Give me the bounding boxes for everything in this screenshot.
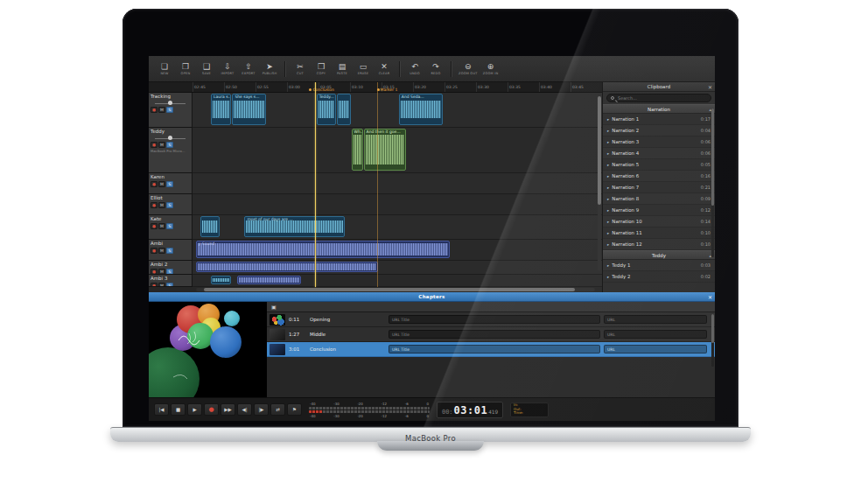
timeline-ruler[interactable]: 02:4502:5002:5503:0003:0503:1003:1503:20… (149, 82, 602, 93)
add-marker-button[interactable]: ⚑ (287, 403, 302, 416)
toolbar-new-button[interactable]: ❏NEW (154, 56, 175, 81)
clipboard-item[interactable]: ▸Narration 110:10 (603, 228, 715, 239)
track-lane[interactable]: most of our days are ... (192, 215, 602, 240)
clipboard-item[interactable]: ▸Narration 20:04 (603, 125, 715, 136)
volume-slider-knob[interactable] (168, 101, 172, 105)
play-item-icon[interactable]: ▸ (607, 186, 609, 190)
clipboard-item[interactable]: ▸Narration 70:21 (603, 182, 715, 193)
track-header-ambi-3[interactable]: Ambi 3●MS (149, 275, 192, 287)
track-lane[interactable] (192, 194, 602, 215)
chapter-row-conclusion[interactable]: 3:01ConclusionURL TitleURL (267, 342, 715, 357)
close-icon[interactable]: ✕ (708, 293, 712, 301)
volume-slider[interactable] (151, 136, 189, 141)
clipboard-group-narration[interactable]: Narration▴ (603, 104, 715, 114)
play-item-icon[interactable]: ▸ (607, 275, 609, 279)
url-title-field[interactable]: URL Title (388, 345, 600, 354)
track-header-teddy[interactable]: Teddy●MSMacBook Pro Micro... (149, 128, 192, 173)
chapter-row-middle[interactable]: 1:27MiddleURL TitleURL (267, 327, 715, 342)
mute-button[interactable]: M (158, 202, 165, 208)
mute-button[interactable]: M (158, 107, 165, 113)
chapters-scrollbar[interactable] (711, 314, 714, 367)
clipboard-item[interactable]: ▸Narration 40:06 (603, 148, 715, 159)
close-icon[interactable]: ✕ (708, 83, 712, 91)
volume-slider[interactable] (151, 101, 189, 106)
clipboard-scrollbar-thumb[interactable] (711, 108, 714, 206)
record-arm-button[interactable]: ● (150, 248, 158, 254)
clipboard-search[interactable] (606, 94, 711, 102)
mute-button[interactable]: M (158, 223, 165, 229)
record-button[interactable]: ● (204, 403, 219, 416)
timeline-marker[interactable]: Conclusion (309, 88, 334, 92)
play-button[interactable]: ▶ (187, 403, 202, 416)
toolbar-clear-button[interactable]: ✕CLEAR (374, 56, 395, 81)
url-title-field[interactable]: URL Title (388, 330, 600, 339)
audio-clip[interactable]: Laura s... (211, 94, 231, 125)
play-item-icon[interactable]: ▸ (607, 263, 609, 268)
clipboard-item[interactable]: ▸Narration 50:05 (603, 159, 715, 171)
play-item-icon[interactable]: ▸ (607, 117, 609, 122)
volume-slider-knob[interactable] (168, 136, 172, 140)
url-field[interactable]: URL (604, 345, 707, 354)
record-arm-button[interactable]: ● (150, 223, 158, 229)
clipboard-item[interactable]: ▸Narration 10:17 (603, 114, 715, 125)
next-marker-button[interactable]: |▶ (254, 403, 269, 416)
toolbar-export-button[interactable]: ⇧EXPORT (238, 56, 259, 81)
stop-button[interactable]: ■ (171, 403, 186, 416)
horizontal-scrollbar[interactable] (196, 288, 595, 291)
solo-button[interactable]: S (166, 269, 173, 275)
toolbar-zoom-in-button[interactable]: ⊕ZOOM IN (480, 56, 501, 81)
clipboard-scrollbar[interactable] (711, 108, 714, 257)
url-field[interactable]: URL (604, 330, 707, 339)
record-arm-button[interactable]: ● (150, 142, 158, 148)
toolbar-zoom-out-button[interactable]: ⊖ZOOM OUT (456, 56, 480, 81)
toolbar-undo-button[interactable]: ↶UNDO (404, 56, 425, 81)
toolbar-erase-button[interactable]: ▭ERASE (353, 56, 374, 81)
clipboard-item[interactable]: ▸Teddy 10:03 (603, 260, 715, 271)
chapters-scrollbar-thumb[interactable] (711, 314, 714, 343)
audio-clip[interactable]: y Sound (196, 241, 450, 258)
track-header-kate[interactable]: Kate●MS (149, 215, 192, 240)
timeline-marker[interactable]: Marker 1 (377, 88, 398, 92)
solo-button[interactable]: S (166, 248, 173, 254)
previous-marker-button[interactable]: ◀| (237, 403, 252, 416)
clipboard-item[interactable]: ▸Narration 30:06 (603, 136, 715, 148)
mute-button[interactable]: M (158, 269, 165, 275)
clipboard-item[interactable]: ▸Narration 100:14 (603, 216, 715, 228)
track-header-karen[interactable]: Karen●MS (149, 173, 192, 194)
play-item-icon[interactable]: ▸ (607, 220, 609, 224)
record-arm-button[interactable]: ● (150, 181, 158, 187)
play-item-icon[interactable]: ▸ (607, 151, 609, 156)
play-item-icon[interactable]: ▸ (607, 163, 609, 167)
audio-clip[interactable]: Teddy... (317, 94, 336, 125)
horizontal-scrollbar-thumb[interactable] (204, 288, 575, 291)
track-lane[interactable] (192, 261, 602, 275)
play-item-icon[interactable]: ▸ (607, 140, 609, 144)
audio-clip[interactable]: She says s... (232, 94, 265, 125)
audio-clip[interactable] (337, 94, 351, 125)
track-lane[interactable]: Wh...And then it goe... (192, 128, 602, 173)
play-item-icon[interactable]: ▸ (607, 242, 609, 247)
audio-clip[interactable] (196, 262, 378, 272)
play-item-icon[interactable]: ▸ (607, 208, 609, 213)
mute-button[interactable]: M (158, 283, 165, 287)
go-to-start-button[interactable]: |◀ (154, 403, 169, 416)
solo-button[interactable]: S (166, 283, 173, 287)
mute-button[interactable]: M (158, 142, 165, 148)
toolbar-redo-button[interactable]: ↷REDO (425, 56, 446, 81)
solo-button[interactable]: S (166, 202, 173, 208)
track-lane[interactable] (192, 173, 602, 194)
track-header-elliot[interactable]: Elliot●MS (149, 194, 192, 215)
toolbar-copy-button[interactable]: ❒COPY (311, 56, 332, 81)
mute-button[interactable]: M (158, 181, 165, 187)
track-lane[interactable] (192, 275, 602, 287)
record-arm-button[interactable]: ● (150, 283, 158, 287)
toolbar-save-button[interactable]: ❑SAVE (196, 56, 217, 81)
play-item-icon[interactable]: ▸ (607, 129, 609, 133)
vertical-scrollbar-thumb[interactable] (598, 96, 601, 205)
chapter-row-opening[interactable]: 0:11OpeningURL TitleURL (267, 312, 715, 327)
solo-button[interactable]: S (166, 223, 173, 229)
mute-button[interactable]: M (158, 248, 165, 254)
audio-clip[interactable] (211, 276, 231, 284)
clipboard-group-teddy[interactable]: Teddy▴ (603, 250, 715, 260)
search-input[interactable] (616, 94, 707, 102)
